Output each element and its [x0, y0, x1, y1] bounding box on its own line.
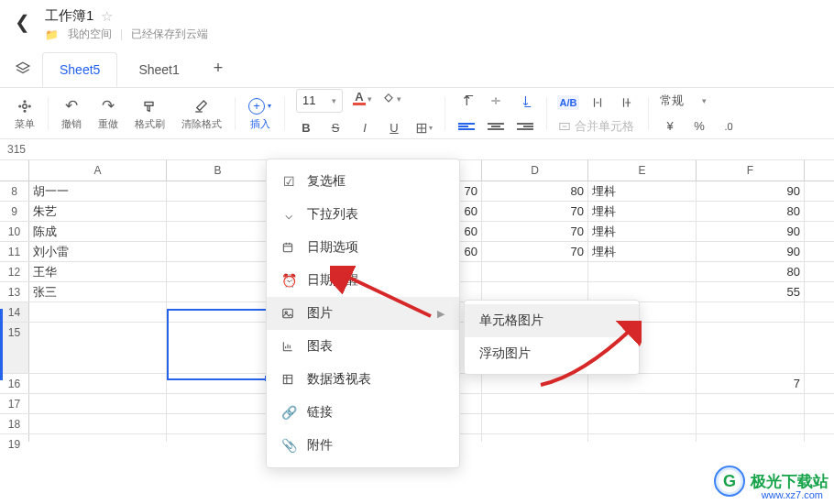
- bold-button[interactable]: B: [296, 118, 316, 138]
- cell[interactable]: [697, 302, 805, 322]
- cell[interactable]: [29, 414, 167, 433]
- row-header[interactable]: 11: [0, 242, 29, 261]
- wrap-button[interactable]: A/B: [558, 93, 578, 113]
- merge-cells-button[interactable]: 合并单元格: [558, 115, 637, 137]
- row-header[interactable]: 14: [0, 302, 29, 322]
- font-color-button[interactable]: A▾: [352, 89, 372, 109]
- cell[interactable]: [167, 434, 269, 442]
- cell[interactable]: [29, 374, 167, 393]
- cell[interactable]: [482, 282, 588, 301]
- cell[interactable]: [588, 414, 697, 433]
- menu-attachment[interactable]: 📎附件: [267, 429, 459, 462]
- number-format-select[interactable]: 常规▾: [660, 91, 707, 111]
- cell[interactable]: 陈成: [29, 222, 167, 241]
- cell[interactable]: [167, 374, 269, 393]
- menu-dropdown[interactable]: ⌵下拉列表: [267, 198, 459, 231]
- cell[interactable]: [482, 262, 588, 281]
- cell[interactable]: [697, 323, 805, 373]
- menu-pivot[interactable]: 数据透视表: [267, 363, 459, 396]
- border-button[interactable]: ▾: [413, 118, 433, 138]
- align-center-button[interactable]: [486, 116, 506, 137]
- italic-button[interactable]: I: [355, 118, 375, 138]
- align-right-button[interactable]: [515, 116, 535, 137]
- cell[interactable]: 王华: [29, 262, 167, 281]
- cell[interactable]: [29, 394, 167, 413]
- layers-icon[interactable]: [7, 55, 38, 82]
- cell[interactable]: 刘小雷: [29, 242, 167, 261]
- cell[interactable]: [29, 434, 167, 442]
- cell[interactable]: 7: [697, 374, 805, 393]
- align-left-button[interactable]: [456, 116, 477, 137]
- menu-chart[interactable]: 图表: [267, 330, 459, 363]
- menu-image[interactable]: 图片▶: [267, 297, 459, 330]
- row-header[interactable]: 13: [0, 282, 29, 301]
- cell[interactable]: [167, 181, 269, 201]
- clear-format-button[interactable]: 清除格式: [174, 96, 229, 131]
- cell[interactable]: 埋枓: [588, 242, 697, 261]
- valign-mid-button[interactable]: [486, 91, 506, 111]
- col-header-d[interactable]: D: [482, 160, 588, 181]
- strike-button[interactable]: S: [325, 118, 346, 138]
- cell[interactable]: 80: [482, 181, 588, 201]
- cell[interactable]: [588, 282, 697, 301]
- overflow-button[interactable]: [587, 93, 608, 113]
- space-label[interactable]: 我的空间: [68, 27, 112, 42]
- cell[interactable]: [29, 302, 167, 322]
- row-header[interactable]: 9: [0, 202, 29, 221]
- cell[interactable]: [29, 323, 167, 373]
- menu-date-remind[interactable]: ⏰日期提醒: [267, 264, 459, 297]
- menu-link[interactable]: 🔗链接: [267, 396, 459, 429]
- cell[interactable]: [482, 434, 588, 442]
- cell[interactable]: [167, 414, 269, 433]
- cell[interactable]: 90: [697, 222, 805, 241]
- cell[interactable]: [697, 434, 805, 442]
- insert-button[interactable]: +▾ 插入: [241, 96, 279, 131]
- cell[interactable]: [588, 394, 697, 413]
- valign-bottom-button[interactable]: ↓̲: [515, 91, 535, 111]
- add-sheet-button[interactable]: +: [201, 49, 236, 87]
- cell[interactable]: [167, 302, 269, 322]
- currency-button[interactable]: ¥: [660, 116, 680, 137]
- cell[interactable]: [697, 414, 805, 433]
- cell[interactable]: [167, 222, 269, 241]
- row-header[interactable]: 15: [0, 323, 29, 373]
- format-painter-button[interactable]: 格式刷: [127, 96, 172, 131]
- cell[interactable]: 70: [482, 202, 588, 221]
- select-all-corner[interactable]: [0, 160, 29, 181]
- cell[interactable]: [588, 434, 697, 442]
- underline-button[interactable]: U: [384, 118, 404, 138]
- row-header[interactable]: 12: [0, 262, 29, 281]
- star-icon[interactable]: ☆: [101, 8, 113, 25]
- menu-button[interactable]: 菜单: [7, 96, 42, 131]
- cell[interactable]: 埋枓: [588, 202, 697, 221]
- cell[interactable]: [588, 262, 697, 281]
- cell[interactable]: [697, 394, 805, 413]
- menu-checkbox[interactable]: ☑复选框: [267, 165, 459, 198]
- menu-date-option[interactable]: 日期选项: [267, 231, 459, 264]
- cell[interactable]: [167, 202, 269, 221]
- clip-button[interactable]: [617, 93, 637, 113]
- tab-sheet1[interactable]: Sheet1: [121, 52, 196, 87]
- row-header[interactable]: 17: [0, 394, 29, 413]
- cell[interactable]: 70: [482, 242, 588, 261]
- cell[interactable]: 80: [697, 262, 805, 281]
- cell[interactable]: 胡一一: [29, 181, 167, 201]
- row-header[interactable]: 18: [0, 414, 29, 433]
- row-header[interactable]: 16: [0, 374, 29, 393]
- decimal-dec-button[interactable]: .0: [719, 116, 739, 137]
- cell[interactable]: [167, 242, 269, 261]
- row-header[interactable]: 10: [0, 222, 29, 241]
- cell-reference[interactable]: 315: [0, 139, 834, 160]
- cell[interactable]: [588, 374, 697, 393]
- undo-button[interactable]: ↶撤销: [54, 96, 89, 131]
- col-header-a[interactable]: A: [29, 160, 167, 181]
- cell[interactable]: 70: [482, 222, 588, 241]
- row-header[interactable]: 8: [0, 181, 29, 201]
- font-size-select[interactable]: 11▾: [296, 89, 343, 113]
- cell[interactable]: [482, 394, 588, 413]
- submenu-cell-image[interactable]: 单元格图片: [465, 304, 639, 337]
- cell[interactable]: 朱艺: [29, 202, 167, 221]
- percent-button[interactable]: %: [689, 116, 709, 137]
- cell[interactable]: 55: [697, 282, 805, 301]
- cell[interactable]: [482, 374, 588, 393]
